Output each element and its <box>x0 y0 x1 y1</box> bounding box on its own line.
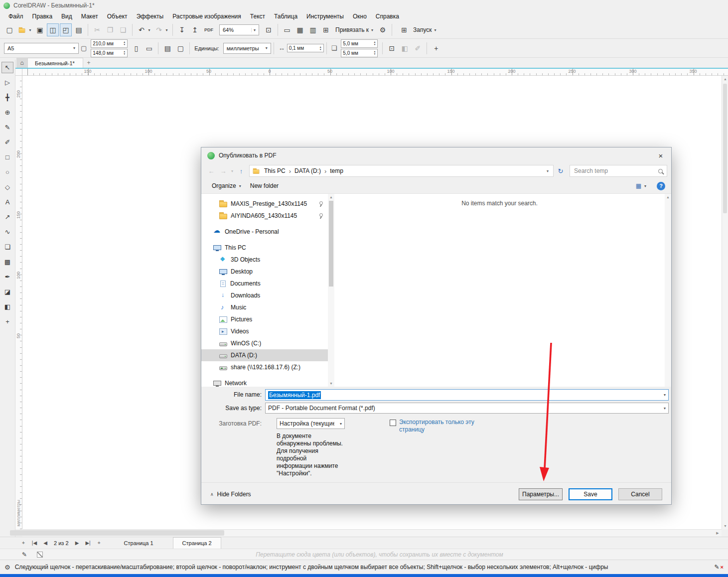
page-size-select[interactable]: A5 ▾ <box>4 43 79 54</box>
nav-scrollbar[interactable]: ▲ ▼ <box>328 194 334 387</box>
show-grid-icon[interactable]: ▦ <box>294 23 306 36</box>
redo-dropdown-icon[interactable]: ▾ <box>164 23 169 36</box>
search-box[interactable] <box>570 165 667 177</box>
stepper-arrows-icon[interactable]: ▲▼ <box>319 46 322 51</box>
open-icon[interactable] <box>16 23 28 36</box>
document-tab[interactable]: Безымянный-1* <box>27 58 83 68</box>
interactive-fill-tool[interactable]: ◧ <box>1 301 13 312</box>
menu-layout[interactable]: Макет <box>77 12 103 21</box>
more-tools-button[interactable]: + <box>1 316 13 327</box>
artistic-media-tool[interactable]: ✐ <box>1 137 13 148</box>
stepper-arrows-icon[interactable]: ▲▼ <box>373 41 376 46</box>
stepper-arrows-icon[interactable]: ▲▼ <box>373 50 376 55</box>
view-mode-button[interactable]: ▦ ▾ <box>631 180 651 191</box>
print-preview-icon[interactable]: ◫ <box>47 23 59 36</box>
fullscreen-preview-icon[interactable]: ⊡ <box>263 23 275 36</box>
help-icon[interactable]: ? <box>657 182 665 190</box>
home-icon[interactable]: ⌂ <box>16 58 27 68</box>
menu-view[interactable]: Вид <box>57 12 77 21</box>
new-tab-icon[interactable]: + <box>83 58 94 68</box>
all-pages-icon[interactable]: ▤ <box>161 42 173 55</box>
nav-item-music[interactable]: Music <box>201 301 328 313</box>
snap-toggle-icon[interactable]: ⊞ <box>320 23 332 36</box>
forward-icon[interactable]: → <box>217 165 229 177</box>
eyedropper-tool[interactable]: ✒ <box>1 271 13 283</box>
export-only-checkbox[interactable] <box>390 420 396 426</box>
options-button[interactable]: Параметры... <box>519 488 563 500</box>
stepper-arrows-icon[interactable]: ▲▼ <box>123 50 126 55</box>
crop-tool[interactable]: ╋ <box>1 92 13 103</box>
scroll-up-icon[interactable]: ▲ <box>665 195 671 199</box>
nav-item-pinned-folder[interactable]: AIYINDA605_1430x1145 <box>201 210 328 222</box>
menu-tools[interactable]: Инструменты <box>302 12 348 21</box>
import-icon[interactable]: ↧ <box>176 23 188 36</box>
nav-item-share-z[interactable]: share (\\192.168.17.6) (Z:) <box>201 361 328 373</box>
stepper-arrows-icon[interactable]: ▲▼ <box>123 41 126 46</box>
add-page-icon[interactable]: + <box>94 538 105 548</box>
hide-folders-button[interactable]: ∧ Hide Folders <box>210 491 251 498</box>
duplicate-x-input[interactable]: 5,0 мм ▲▼ <box>341 39 378 48</box>
nav-item-downloads[interactable]: Downloads <box>201 289 328 301</box>
rectangle-tool[interactable]: □ <box>1 151 13 163</box>
undo-dropdown-icon[interactable]: ▾ <box>146 23 152 36</box>
publish-pdf-icon[interactable]: PDF <box>202 23 216 36</box>
chevron-down-icon[interactable]: ▾ <box>661 393 666 397</box>
scroll-right-icon[interactable]: ▶ <box>715 531 721 535</box>
menu-text[interactable]: Текст <box>246 12 270 21</box>
scroll-down-icon[interactable]: ▼ <box>328 382 334 385</box>
eyedropper-shortcut-icon[interactable]: ✐ <box>412 42 424 55</box>
duplicate-y-input[interactable]: 5,0 мм ▲▼ <box>341 49 378 57</box>
chevron-down-icon[interactable]: ▾ <box>661 406 666 411</box>
nav-item-pinned-folder[interactable]: MAXIS_Prestige_1430x1145 <box>201 198 328 210</box>
undo-icon[interactable]: ↶ <box>136 23 147 36</box>
export-only-label[interactable]: Экспортировать только эту страницу <box>399 419 476 433</box>
scroll-up-icon[interactable]: ▲ <box>722 77 728 81</box>
refresh-icon[interactable]: ↻ <box>555 165 567 177</box>
horizontal-ruler[interactable]: 150 100 50 0 50 100 150 200 250 300 350 <box>22 69 728 76</box>
menu-window[interactable]: Окно <box>348 12 371 21</box>
text-tool[interactable]: A <box>1 196 13 208</box>
redo-icon[interactable]: ↷ <box>153 23 165 36</box>
nav-item-onedrive[interactable]: OneDrive - Personal <box>201 226 328 238</box>
pin-icon[interactable] <box>318 201 323 207</box>
show-guidelines-icon[interactable]: ▥ <box>307 23 319 36</box>
current-page-icon[interactable]: ▢ <box>174 42 186 55</box>
cut-icon[interactable]: ✂ <box>91 23 103 36</box>
nav-item-documents[interactable]: Documents <box>201 278 328 289</box>
breadcrumb-drive[interactable]: DATA (D:) <box>292 167 323 174</box>
menu-file[interactable]: Файл <box>4 12 28 21</box>
add-page-icon[interactable]: + <box>18 538 29 548</box>
scrollbar-thumb[interactable] <box>10 530 224 536</box>
menu-edit[interactable]: Правка <box>28 12 57 21</box>
gear-icon[interactable]: ⚙ <box>4 564 10 571</box>
shape-tool[interactable]: ▷ <box>1 77 13 88</box>
nav-item-pictures[interactable]: Pictures <box>201 313 328 325</box>
new-folder-button[interactable]: New folder <box>246 180 283 191</box>
customize-plus-icon[interactable]: + <box>430 42 442 55</box>
chevron-down-icon[interactable]: ▾ <box>337 422 342 426</box>
page-tab-1[interactable]: Страница 1 <box>115 537 163 549</box>
paste-icon[interactable]: ❏ <box>117 23 129 36</box>
open-dropdown-icon[interactable]: ▾ <box>27 23 33 36</box>
file-list-scrollbar[interactable]: ▲ <box>665 194 671 387</box>
cancel-button[interactable]: Cancel <box>618 488 662 500</box>
nav-item-videos[interactable]: Videos <box>201 325 328 337</box>
treat-as-filled-icon[interactable]: ⊡ <box>386 42 398 55</box>
drop-shadow-tool[interactable]: ❏ <box>1 241 13 253</box>
launch-button[interactable]: ⊞ Запуск ▾ <box>395 24 439 36</box>
outline-pen-tool[interactable]: ◪ <box>1 286 13 297</box>
snap-to-button[interactable]: Привязать к ▾ <box>332 24 376 36</box>
menu-effects[interactable]: Эффекты <box>132 12 168 21</box>
dimension-tool[interactable]: ↗ <box>1 211 13 223</box>
export-icon[interactable]: ↥ <box>189 23 201 36</box>
nav-item-winos-c[interactable]: WinOS (C:) <box>201 337 328 349</box>
nav-item-network[interactable]: Network <box>201 377 328 387</box>
zoom-level-select[interactable]: 64% ▾ <box>219 24 259 35</box>
save-button[interactable]: Save <box>569 488 612 500</box>
save-type-select[interactable]: PDF - Portable Document Format (*.pdf) ▾ <box>265 403 669 414</box>
ellipse-tool[interactable]: ○ <box>1 166 13 178</box>
page-width-input[interactable]: 210,0 мм ▲▼ <box>91 39 128 48</box>
back-icon[interactable]: ← <box>205 165 217 177</box>
first-page-icon[interactable]: |◀ <box>29 538 40 548</box>
previous-page-icon[interactable]: ◀ <box>40 538 51 548</box>
